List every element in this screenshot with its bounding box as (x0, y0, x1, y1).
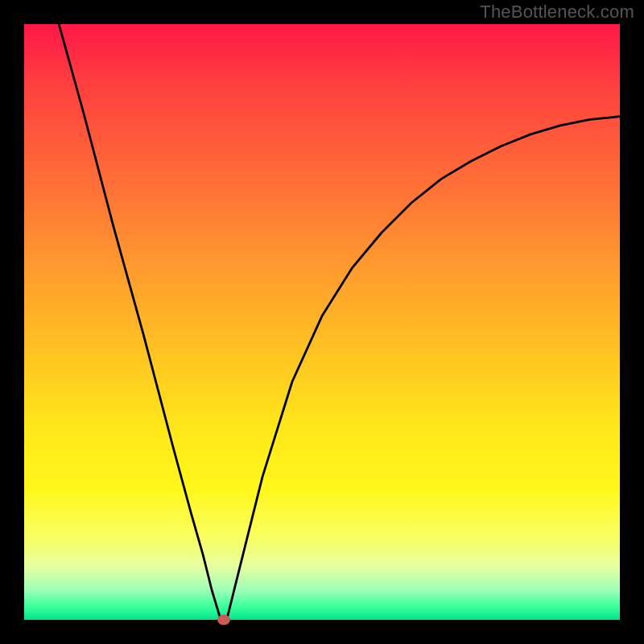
curve-svg (24, 24, 620, 620)
minimum-marker (217, 615, 230, 625)
bottleneck-curve (54, 24, 620, 620)
plot-area (24, 24, 620, 620)
chart-container: TheBottleneck.com (0, 0, 644, 644)
watermark-text: TheBottleneck.com (480, 2, 634, 23)
